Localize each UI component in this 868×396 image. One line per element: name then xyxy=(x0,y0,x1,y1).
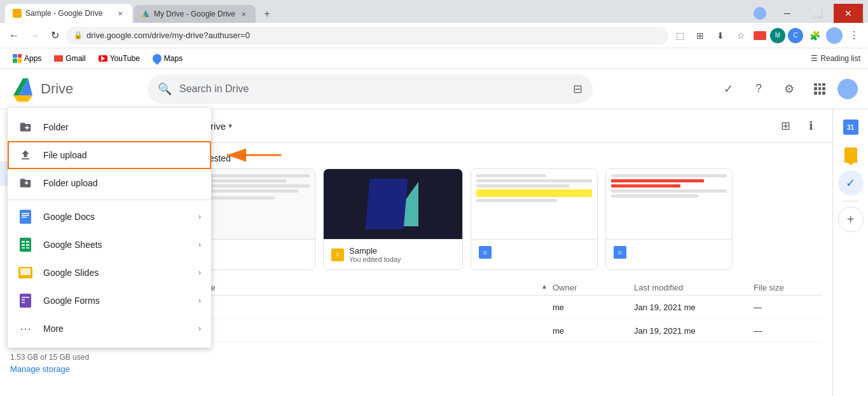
col-name-header[interactable]: Name xyxy=(193,283,536,292)
svg-marker-5 xyxy=(13,95,32,102)
tab-favicon-drive xyxy=(141,10,150,18)
bookmark-maps[interactable]: Maps xyxy=(148,53,188,64)
back-button[interactable]: ← xyxy=(5,27,23,44)
gmail-label: Gmail xyxy=(65,54,85,63)
storage-used-text: 1.53 GB of 15 GB used xyxy=(10,353,168,362)
dropdown-item-google-forms[interactable]: Google Forms › xyxy=(8,287,211,315)
forward-button[interactable]: → xyxy=(25,27,43,44)
file-list-header: Name ▲ Owner Last modified File size xyxy=(188,280,822,296)
user-avatar[interactable] xyxy=(837,79,858,99)
dropdown-item-folder-upload[interactable]: Folder upload xyxy=(8,169,211,197)
svg-rect-23 xyxy=(22,299,25,301)
file-info-sample: S Sample You edited today xyxy=(324,239,462,270)
profile-avatar[interactable] xyxy=(826,27,843,44)
row2-size: — xyxy=(754,326,817,336)
profile-icon[interactable] xyxy=(754,7,766,20)
file-card-sample[interactable]: S Sample You edited today xyxy=(323,168,463,270)
search-bar[interactable]: 🔍 Search in Drive ⊟ xyxy=(148,74,593,104)
docs-arrow: › xyxy=(198,212,201,221)
apps-grid-button[interactable] xyxy=(807,76,832,102)
app-header: Drive 🔍 Search in Drive ⊟ ✓ ? ⚙ xyxy=(0,69,868,109)
tab-title-sample: Sample - Google Drive xyxy=(25,9,112,18)
browser-chrome: Sample - Google Drive ✕ My Drive - Googl… xyxy=(0,0,868,69)
list-item-2[interactable]: me Jan 19, 2021 me — xyxy=(188,319,822,343)
grid-view-button[interactable]: ⊞ xyxy=(774,114,797,137)
help-button[interactable]: ? xyxy=(746,76,771,102)
file-thumb-4 xyxy=(606,169,732,239)
file-card-3[interactable]: D xyxy=(471,168,598,270)
dropdown-item-google-sheets[interactable]: Google Sheets › xyxy=(8,231,211,259)
slides-icon-sample: S xyxy=(331,249,344,261)
dropdown-divider xyxy=(8,200,211,200)
svg-rect-16 xyxy=(26,244,29,246)
bookmark-youtube[interactable]: YouTube xyxy=(93,53,145,64)
svg-rect-13 xyxy=(22,241,25,243)
address-bar[interactable]: 🔒 drive.google.com/drive/my-drive?authus… xyxy=(66,27,668,44)
minimize-button[interactable]: ─ xyxy=(773,4,802,23)
bookmark-apps[interactable]: Apps xyxy=(8,53,46,64)
col-modified-header[interactable]: Last modified xyxy=(634,283,748,292)
more-menu-button[interactable]: ⋮ xyxy=(845,27,863,44)
right-add-button[interactable]: + xyxy=(838,207,864,232)
cursor-icon[interactable]: C xyxy=(788,28,803,43)
folder-upload-label: Folder upload xyxy=(43,178,98,188)
checkmark-button[interactable]: ✓ xyxy=(715,76,741,102)
download-icon[interactable]: ⬇ xyxy=(712,27,729,44)
nav-bar: ← → ↻ 🔒 drive.google.com/drive/my-drive?… xyxy=(0,23,868,48)
folder-plus-icon xyxy=(18,119,33,135)
bookmark-icon[interactable]: ☆ xyxy=(732,27,750,44)
right-icon-keep[interactable] xyxy=(838,142,864,168)
tab-close-sample[interactable]: ✕ xyxy=(116,9,125,18)
dropdown-item-more[interactable]: ⋯ More › xyxy=(8,315,211,343)
lock-icon: 🔒 xyxy=(74,31,83,39)
refresh-button[interactable]: ↻ xyxy=(46,27,64,44)
dropdown-item-file-upload[interactable]: File upload xyxy=(8,141,211,169)
gmail-icon[interactable] xyxy=(752,28,768,43)
settings-button[interactable]: ⚙ xyxy=(776,76,802,102)
manage-storage-link[interactable]: Manage storage xyxy=(10,364,168,374)
main-toolbar: My Drive ▾ ⊞ ℹ xyxy=(178,109,832,143)
maximize-button[interactable]: ⬜ xyxy=(803,4,832,23)
forms-arrow: › xyxy=(198,296,201,305)
col-size-header[interactable]: File size xyxy=(754,283,817,292)
info-button[interactable]: ℹ xyxy=(799,114,822,137)
folder-upload-icon xyxy=(18,175,33,191)
forms-label: Google Forms xyxy=(43,296,188,306)
tab-close-drive[interactable]: ✕ xyxy=(239,10,248,18)
search-filter-icon[interactable]: ⊟ xyxy=(573,82,582,96)
col-owner-header[interactable]: Owner xyxy=(553,283,629,292)
maps-icon xyxy=(151,52,163,65)
tab-search-icon[interactable]: ⊞ xyxy=(691,27,709,44)
tab-sample[interactable]: Sample - Google Drive ✕ xyxy=(5,4,132,23)
folder-label: Folder xyxy=(43,122,69,132)
new-tab-button[interactable]: + xyxy=(258,5,276,23)
address-text: drive.google.com/drive/my-drive?authuser… xyxy=(86,31,250,40)
extensions-icon[interactable]: 🧩 xyxy=(806,27,823,44)
row2-owner: me xyxy=(553,326,629,336)
svg-rect-11 xyxy=(22,217,27,218)
file-details-sample: Sample You edited today xyxy=(349,246,455,263)
slides-icon xyxy=(18,265,33,280)
file-grid: D xyxy=(188,168,822,270)
right-icon-tasks[interactable]: ✓ xyxy=(838,170,864,196)
app-container: Drive 🔍 Search in Drive ⊟ ✓ ? ⚙ xyxy=(0,69,868,396)
bookmark-gmail[interactable]: Gmail xyxy=(49,53,90,64)
file-card-4[interactable]: D xyxy=(605,168,733,270)
svg-rect-9 xyxy=(22,213,29,214)
arrow-annotation xyxy=(217,142,287,168)
tab-my-drive[interactable]: My Drive - Google Drive ✕ xyxy=(134,5,256,23)
right-icon-calendar[interactable]: 31 xyxy=(838,114,864,140)
file-upload-label: File upload xyxy=(43,150,87,160)
google-meet-icon[interactable]: M xyxy=(770,28,785,43)
dropdown-item-folder[interactable]: Folder xyxy=(8,113,211,141)
dropdown-item-google-docs[interactable]: Google Docs › xyxy=(8,203,211,231)
header-right: ✓ ? ⚙ xyxy=(715,76,858,102)
svg-rect-10 xyxy=(22,215,29,216)
list-item-1[interactable]: me Jan 19, 2021 me — xyxy=(188,296,822,319)
file-thumb-sample xyxy=(324,169,462,239)
reading-list-btn[interactable]: ☰ Reading list xyxy=(811,54,860,63)
screen-cast-icon[interactable]: ⬚ xyxy=(671,27,689,44)
close-button[interactable]: ✕ xyxy=(834,4,863,23)
dropdown-item-google-slides[interactable]: Google Slides › xyxy=(8,259,211,287)
more-icon: ⋯ xyxy=(18,321,33,336)
